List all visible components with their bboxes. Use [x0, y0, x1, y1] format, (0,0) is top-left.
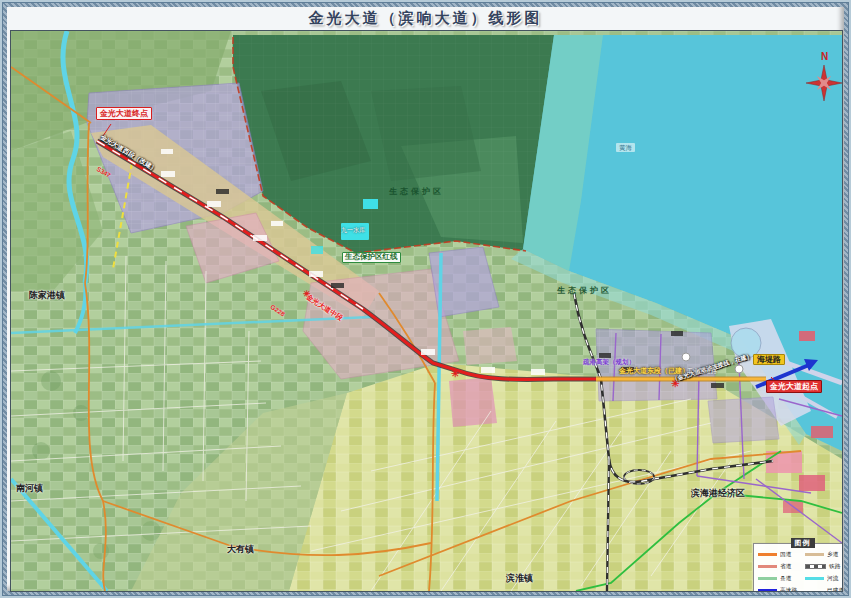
district-label-binhaigang: 滨海港经济区: [691, 488, 745, 498]
legend-swatch-icon: [805, 577, 824, 580]
legend-swatch-icon: [758, 565, 777, 568]
legend-swatch-icon: [805, 564, 826, 569]
map-sheet: 金光大道（滨响大道）线形图: [0, 0, 851, 598]
legend-swatch-icon: [805, 553, 824, 556]
page-title: 金光大道（滨响大道）线形图: [309, 9, 543, 28]
legend-item: 省道: [758, 562, 801, 571]
legend-item: 河流: [805, 574, 843, 583]
legend-item: 乡道: [805, 550, 843, 559]
legend-item: 已建道路: [805, 586, 843, 592]
legend-swatch-icon: [758, 589, 777, 592]
map-canvas[interactable]: ✳ ✳ ✳ N: [10, 30, 843, 592]
eco-redline-marker[interactable]: 生态保护区红线: [342, 252, 401, 263]
legend-swatch-icon: [758, 577, 777, 580]
town-label-chenjiagang: 陈家港镇: [29, 290, 65, 300]
svg-text:✳: ✳: [451, 368, 460, 379]
legend-item: 铁路: [805, 562, 843, 571]
legend-title: 图例: [791, 538, 815, 548]
town-label-nanhe: 南河镇: [16, 483, 43, 493]
origin-marker[interactable]: 金光大道起点: [766, 380, 822, 393]
sea-name-badge: 黄海: [616, 143, 635, 152]
area-label-reservoir: 九一水库: [341, 227, 365, 234]
area-label-eco-west: 生态保护区: [389, 187, 444, 196]
legend-swatch-icon: [758, 553, 777, 556]
area-label-eco-east: 生态保护区: [557, 286, 612, 295]
road-label-viaduct: 疏港高架（规划）: [583, 358, 635, 365]
legend-item: 国道: [758, 550, 801, 559]
town-label-dayou: 大有镇: [227, 544, 254, 554]
legend-item: 高速路: [758, 586, 801, 592]
legend-box: 图例 国道 省道 县道 高速路: [753, 543, 843, 592]
coastal-road-marker[interactable]: 海堤路: [753, 354, 785, 365]
compass-rose-icon: N: [806, 49, 842, 103]
legend-item: 县道: [758, 574, 801, 583]
terminus-marker[interactable]: 金光大道终点: [96, 107, 152, 120]
road-label-industrial: 工业区道路: [687, 368, 717, 375]
town-label-binhuai: 滨淮镇: [506, 573, 533, 583]
compass-north-label: N: [821, 51, 828, 62]
title-bar: 金光大道（滨响大道）线形图: [7, 7, 844, 29]
